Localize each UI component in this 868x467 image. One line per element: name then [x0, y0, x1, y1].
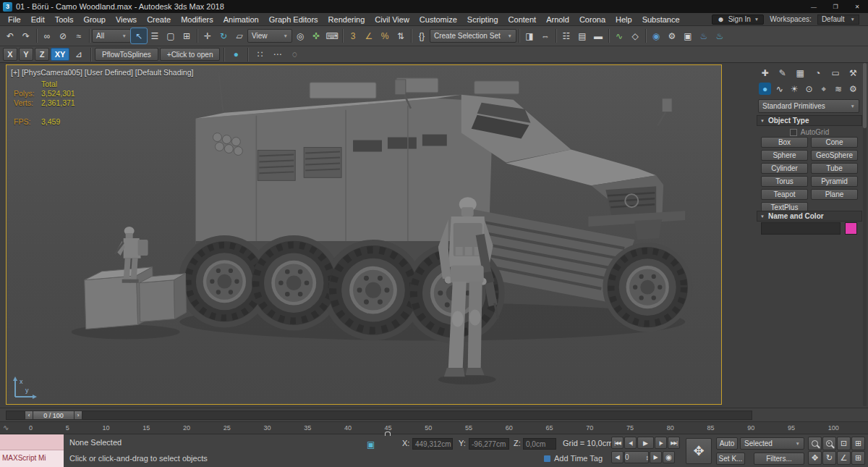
percent-snap-icon[interactable]: % — [377, 28, 393, 43]
set-key-button[interactable]: Set K... — [716, 453, 745, 465]
window-crossing-icon[interactable]: ⊞ — [179, 28, 195, 43]
dot-row-icon[interactable]: ⋯ — [269, 47, 285, 62]
menu-customize[interactable]: Customize — [414, 15, 462, 24]
select-and-link-icon[interactable]: ∞ — [39, 28, 55, 43]
current-frame-field[interactable]: 0 ▴▾ — [624, 451, 649, 463]
menu-modifiers[interactable]: Modifiers — [176, 15, 218, 24]
frame-spinner[interactable]: ▴▾ — [646, 455, 648, 460]
rendered-frame-window-icon[interactable]: ▣ — [680, 28, 696, 43]
maxscript-mini-listener-output[interactable]: MAXScript Mi — [0, 450, 64, 467]
subtab-cameras-icon[interactable]: ⊙ — [803, 83, 815, 95]
tube-button[interactable]: Tube — [811, 163, 858, 174]
selection-filter-dropdown[interactable]: All ▼ — [92, 29, 131, 43]
material-editor-icon[interactable]: ◉ — [648, 28, 664, 43]
tab-modify-icon[interactable]: ✎ — [776, 67, 788, 79]
next-frame-button[interactable]: |▶ — [655, 437, 667, 449]
next-frame-arrow[interactable]: › — [74, 411, 82, 420]
menu-file[interactable]: File — [3, 15, 26, 24]
dot-grid-icon[interactable]: ∷ — [252, 47, 268, 62]
pan-icon[interactable]: ✥ — [808, 451, 822, 465]
menu-arnold[interactable]: Arnold — [541, 15, 574, 24]
menu-help[interactable]: Help — [610, 15, 637, 24]
macro-script-icon[interactable]: ● — [228, 47, 244, 62]
menu-corona[interactable]: Corona — [574, 15, 610, 24]
toggle-ribbon-icon[interactable]: ▬ — [590, 28, 606, 43]
orbit-icon[interactable]: ↻ — [822, 451, 836, 465]
unlink-selection-icon[interactable]: ⊘ — [55, 28, 71, 43]
plane-button[interactable]: Plane — [811, 189, 858, 200]
align-icon[interactable]: ⇔ — [537, 28, 553, 43]
time-slider-track[interactable] — [6, 411, 752, 420]
menu-tools[interactable]: Tools — [50, 15, 79, 24]
menu-animation[interactable]: Animation — [218, 15, 264, 24]
redo-icon[interactable]: ↷ — [18, 28, 34, 43]
key-filter-button[interactable]: ◉ — [663, 451, 675, 463]
tab-motion-icon[interactable]: ◔ — [812, 67, 824, 79]
subtab-shapes-icon[interactable]: ∿ — [773, 83, 786, 95]
snaps-use-axis-constraints-icon[interactable]: ⊿ — [71, 47, 87, 62]
play-button[interactable]: ▶ — [637, 437, 654, 449]
subtab-systems-icon[interactable]: ⚙ — [847, 83, 859, 95]
menu-edit[interactable]: Edit — [26, 15, 50, 24]
name-and-color-rollout[interactable]: ▼ Name and Color — [757, 211, 862, 222]
click-to-open-button[interactable]: +Click to open — [160, 48, 221, 61]
maximize-button[interactable]: ❐ — [825, 0, 846, 13]
curve-editor-icon[interactable]: ∿ — [611, 28, 627, 43]
snaps-toggle-icon[interactable]: 3 — [345, 28, 361, 43]
track-bar[interactable]: ∿ 0 5 10 15 20 25 30 35 40 45 50 55 60 6… — [0, 421, 868, 434]
panel-scrollbar[interactable] — [863, 63, 867, 406]
isolate-selection-icon[interactable]: ▣ — [367, 439, 375, 450]
reference-coordinate-dropdown[interactable]: View ▼ — [247, 29, 292, 43]
subtab-geometry-icon[interactable]: ● — [759, 83, 771, 95]
set-keys-button[interactable]: ✥ — [686, 438, 712, 464]
maxscript-mini-listener[interactable] — [0, 434, 64, 450]
render-production-icon[interactable]: ♨ — [696, 28, 712, 43]
menu-content[interactable]: Content — [503, 15, 542, 24]
select-by-name-icon[interactable]: ☰ — [147, 28, 163, 43]
menu-scripting[interactable]: Scripting — [462, 15, 503, 24]
close-button[interactable]: ✕ — [846, 0, 868, 13]
select-and-move-icon[interactable]: ✛ — [200, 28, 216, 43]
go-to-end-button[interactable]: ▶▶| — [668, 437, 680, 449]
key-filters-button[interactable]: Filters... — [754, 453, 804, 465]
viewport-label[interactable]: [+] [PhysCamera005] [User Defined] [Defa… — [11, 68, 193, 77]
render-setup-icon[interactable]: ⚙ — [664, 28, 680, 43]
layer-manager-icon[interactable]: ☷ — [558, 28, 574, 43]
viewport[interactable]: [+] [PhysCamera005] [User Defined] [Defa… — [6, 64, 722, 405]
zoom-region-icon[interactable]: ⊞ — [851, 437, 865, 450]
next-key-button[interactable]: ▶ — [650, 451, 662, 463]
menu-create[interactable]: Create — [142, 15, 176, 24]
subtab-lights-icon[interactable]: ☀ — [788, 83, 801, 95]
rectangular-selection-region-icon[interactable]: ▢ — [163, 28, 179, 43]
angle-snap-icon[interactable]: ∠ — [361, 28, 377, 43]
subtab-spacewarps-icon[interactable]: ≋ — [833, 83, 845, 95]
x-coordinate-field[interactable]: 449,312cm — [412, 438, 453, 450]
autogrid-checkbox[interactable] — [790, 129, 797, 136]
cone-button[interactable]: Cone — [811, 137, 858, 148]
undo-icon[interactable]: ↶ — [2, 28, 18, 43]
maximize-viewport-icon[interactable]: ⊞ — [851, 451, 865, 465]
pyramid-button[interactable]: Pyramid — [811, 176, 858, 187]
tab-create-icon[interactable]: ✚ — [759, 67, 771, 79]
z-coordinate-field[interactable]: 0,0cm — [523, 438, 556, 450]
pflow-to-splines-button[interactable]: PflowToSplines — [95, 48, 158, 61]
schematic-view-icon[interactable]: ◇ — [627, 28, 643, 43]
menu-civil-view[interactable]: Civil View — [370, 15, 414, 24]
add-time-tag[interactable]: Add Time Tag — [554, 454, 603, 463]
axis-z-button[interactable]: Z — [35, 48, 49, 61]
field-of-view-icon[interactable]: ∠ — [837, 451, 851, 465]
torus-button[interactable]: Torus — [761, 176, 808, 187]
cylinder-button[interactable]: Cylinder — [761, 163, 808, 174]
workspace-dropdown[interactable]: Default ▼ — [817, 14, 859, 25]
teapot-button[interactable]: Teapot — [761, 189, 808, 200]
edit-named-selection-sets-icon[interactable]: {} — [414, 28, 430, 43]
select-and-scale-icon[interactable]: ▱ — [231, 28, 247, 43]
select-and-manipulate-icon[interactable]: ✜ — [308, 28, 324, 43]
primitive-category-dropdown[interactable]: Standard Primitives ▼ — [758, 99, 859, 113]
menu-graph-editors[interactable]: Graph Editors — [264, 15, 323, 24]
previous-key-button[interactable]: ◀ — [611, 451, 624, 463]
menu-group[interactable]: Group — [78, 15, 111, 24]
spinner-snap-icon[interactable]: ⇅ — [393, 28, 409, 43]
object-name-input[interactable] — [761, 222, 841, 235]
box-button[interactable]: Box — [761, 137, 808, 148]
